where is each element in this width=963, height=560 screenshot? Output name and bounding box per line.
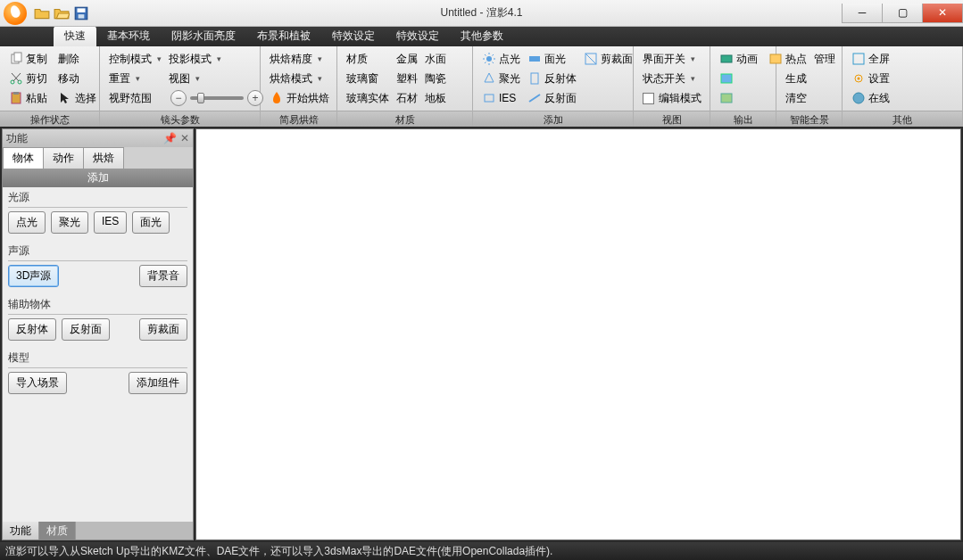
mat-stone[interactable]: 石材 (393, 89, 421, 107)
btn-3dsound[interactable]: 3D声源 (8, 265, 59, 287)
add-spotlight[interactable]: 聚光 (478, 70, 524, 87)
add-reflector[interactable]: 反射体 (524, 70, 580, 87)
btn-arealight[interactable]: 面光 (132, 211, 170, 234)
panel-tab-bake[interactable]: 烘焙 (83, 147, 124, 169)
open-icon[interactable] (34, 5, 50, 21)
fullscreen-icon (851, 52, 866, 66)
select-button[interactable]: 选择 (54, 89, 100, 107)
btn-clipplane[interactable]: 剪裁面 (139, 318, 187, 341)
bake-precision[interactable]: 烘焙精度 (266, 50, 333, 68)
mat-glass-window[interactable]: 玻璃窗 (343, 70, 393, 87)
add-pointlight[interactable]: 点光 (478, 50, 524, 68)
mat-water[interactable]: 水面 (421, 50, 450, 68)
view-button[interactable]: 视图 (165, 70, 263, 87)
online[interactable]: 在线 (848, 89, 893, 107)
copy-button[interactable]: 复制 (5, 50, 51, 68)
slider-track[interactable] (190, 96, 244, 100)
add-clipplane[interactable]: 剪裁面 (580, 50, 636, 68)
mat-glass-solid[interactable]: 玻璃实体 (343, 89, 393, 107)
btn-bgm[interactable]: 背景音 (139, 265, 187, 287)
fov-slider[interactable]: − + (170, 89, 263, 107)
checkbox-icon[interactable] (643, 93, 654, 104)
generate[interactable]: 生成 (782, 70, 810, 87)
panel-subheader: 添加 (3, 169, 193, 187)
ui-toggle[interactable]: 界面开关 (639, 50, 705, 68)
tab-shadow[interactable]: 阴影水面亮度 (161, 26, 246, 46)
group-pano: 热点 生成 清空 管理 智能全景 (776, 46, 843, 127)
add-reflectplane[interactable]: 反射面 (524, 89, 580, 107)
fov-button[interactable]: 视野范围 (105, 89, 165, 107)
group-add: 点光 聚光 IES 面光 反射体 反射面 剪裁面 添加 (473, 46, 634, 127)
btn-pointlight[interactable]: 点光 (8, 211, 46, 234)
mat-metal[interactable]: 金属 (393, 50, 421, 68)
pin-icon[interactable]: 📌 (163, 132, 177, 144)
section-model: 模型 导入场景 添加组件 (3, 348, 193, 401)
panel-tabs: 物体 动作 烘焙 (3, 147, 193, 169)
output-icon1[interactable] (716, 70, 761, 87)
open2-icon[interactable] (54, 5, 70, 21)
paste-button[interactable]: 粘贴 (5, 89, 51, 107)
fullscreen[interactable]: 全屏 (848, 50, 893, 68)
delete-button[interactable]: 删除 (54, 50, 100, 68)
btn-spotlight[interactable]: 聚光 (51, 211, 88, 234)
settings[interactable]: 设置 (848, 70, 893, 87)
clear[interactable]: 清空 (782, 89, 810, 107)
section-title: 辅助物体 (8, 297, 187, 315)
section-title: 模型 (8, 350, 187, 368)
zoom-out-icon[interactable]: − (170, 90, 187, 106)
minimize-button[interactable]: ─ (842, 4, 883, 23)
group-title: 智能全景 (776, 111, 842, 127)
bake-mode[interactable]: 烘焙模式 (266, 70, 333, 87)
tab-fx1[interactable]: 特效设定 (321, 26, 386, 46)
close-button[interactable]: ✕ (922, 4, 963, 23)
reset-button[interactable]: 重置 (105, 70, 165, 87)
start-bake[interactable]: 开始烘焙 (266, 89, 333, 107)
edit-mode[interactable]: 编辑模式 (639, 89, 705, 107)
save-icon[interactable] (73, 5, 89, 21)
ies-icon (482, 91, 496, 105)
slider-thumb[interactable] (197, 93, 204, 103)
panel-tab-action[interactable]: 动作 (43, 147, 84, 169)
tab-fast[interactable]: 快速 (54, 26, 96, 46)
anim-button[interactable]: 动画 (716, 50, 761, 68)
group-title: 其他 (843, 111, 962, 127)
viewport[interactable] (195, 128, 961, 540)
group-operation: 复制 剪切 粘贴 删除 移动 选择 操作状态 (0, 46, 100, 127)
state-toggle[interactable]: 状态开关 (639, 70, 705, 87)
control-mode[interactable]: 控制模式 (105, 50, 165, 68)
add-ies[interactable]: IES (478, 89, 524, 107)
manage[interactable]: 管理 (810, 50, 839, 68)
svg-rect-14 (721, 55, 732, 62)
group-bake: 烘焙精度 烘焙模式 开始烘焙 简易烘焙 (261, 46, 337, 127)
close-panel-icon[interactable]: ✕ (180, 132, 189, 144)
section-sound: 声源 3D声源 背景音 (3, 241, 193, 294)
mat-floor[interactable]: 地板 (421, 89, 450, 107)
svg-rect-12 (531, 73, 538, 84)
move-button[interactable]: 移动 (54, 70, 100, 87)
projection-mode[interactable]: 投影模式 (165, 50, 263, 68)
add-arealight[interactable]: 面光 (524, 50, 580, 68)
bottom-tab-function[interactable]: 功能 (3, 522, 39, 539)
panel-tab-object[interactable]: 物体 (3, 147, 44, 169)
output-icon2[interactable] (716, 89, 761, 107)
section-title: 光源 (8, 190, 187, 208)
bottom-tab-material[interactable]: 材质 (39, 522, 76, 539)
maximize-button[interactable]: ▢ (882, 4, 923, 23)
tab-fx2[interactable]: 特效设定 (386, 26, 450, 46)
btn-reflectplane[interactable]: 反射面 (62, 318, 110, 341)
tab-other[interactable]: 其他参数 (450, 26, 514, 46)
left-panel: 功能 📌✕ 物体 动作 烘焙 添加 光源 点光 聚光 IES 面光 声源 (2, 128, 194, 540)
mat-ceramic[interactable]: 陶瓷 (421, 70, 450, 87)
btn-ies[interactable]: IES (94, 211, 127, 234)
cut-button[interactable]: 剪切 (5, 70, 51, 87)
mat-material[interactable]: 材质 (343, 50, 393, 68)
hotspot[interactable]: 热点 (782, 50, 810, 68)
status-bar: 渲影可以导入从Sketch Up导出的KMZ文件、DAE文件，还可以导入3dsM… (0, 542, 963, 560)
tab-scenery[interactable]: 布景和植被 (246, 26, 321, 46)
btn-add-component[interactable]: 添加组件 (129, 372, 187, 394)
btn-import-scene[interactable]: 导入场景 (8, 372, 67, 394)
tab-basic-env[interactable]: 基本环境 (96, 26, 161, 46)
mat-plastic[interactable]: 塑料 (393, 70, 421, 87)
btn-reflector[interactable]: 反射体 (8, 318, 56, 341)
pointlight-icon (482, 52, 496, 66)
